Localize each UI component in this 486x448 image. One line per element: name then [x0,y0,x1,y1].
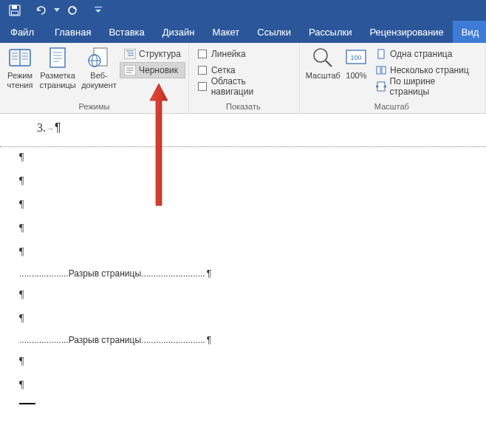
paragraph-mark: ¶ [19,375,486,398]
gridlines-label: Сетка [211,65,236,75]
quick-access-toolbar [0,0,486,21]
hundred-icon: 100 [343,46,369,69]
document-content: 3.→¶ ¶ ¶ ¶ ¶ ¶ ....................Разры… [0,114,486,404]
page-break: ....................Разрыв страницы.....… [19,332,486,351]
draft-icon [124,64,136,76]
tab-review[interactable]: Рецензирование [360,21,452,43]
reading-mode-button[interactable]: Режим чтения [3,44,37,89]
reading-mode-label: Режим чтения [4,71,35,89]
ruler-label: Линейка [211,49,246,59]
paragraph-mark: ¶ [19,171,486,194]
multi-page-label: Несколько страниц [390,65,469,75]
page-width-icon [375,81,387,92]
navpane-label: Область навигации [211,76,289,97]
save-button[interactable] [4,2,25,18]
svg-text:100: 100 [351,54,362,61]
short-rule [19,403,35,404]
group-show: Линейка Сетка Область навигации Показать [189,43,300,113]
tab-layout[interactable]: Макет [203,21,248,43]
svg-rect-4 [95,7,102,7]
document-area[interactable]: 3.→¶ ¶ ¶ ¶ ¶ ¶ ....................Разры… [0,114,486,448]
group-show-label: Показать [195,101,292,113]
tab-view[interactable]: Вид [453,21,486,43]
list-item-3: 3.→¶ [19,121,486,146]
redo-button[interactable] [62,2,83,18]
group-views: Режим чтения Разметка страницы Веб-докум… [0,43,189,113]
tab-insert[interactable]: Вставка [100,21,153,43]
outline-label: Структура [139,49,181,59]
svg-point-30 [314,49,327,62]
ribbon-tabs: Файл Главная Вставка Дизайн Макет Ссылки… [0,21,486,43]
page-width-label: По ширине страницы [390,76,475,97]
globe-page-icon [86,46,112,69]
zoom-label: Масштаб [306,71,340,81]
draft-label: Черновик [139,65,178,75]
checkbox-icon [198,82,207,91]
tab-references[interactable]: Ссылки [248,21,300,43]
paragraph-mark: ¶ [19,194,486,218]
svg-rect-13 [50,48,65,67]
paragraph-mark: ¶ [19,285,486,308]
ribbon: Режим чтения Разметка страницы Веб-докум… [0,43,486,114]
zoom-button[interactable]: Масштаб [304,44,342,81]
draft-button[interactable]: Черновик [120,62,185,78]
tab-design[interactable]: Дизайн [154,21,204,43]
svg-rect-35 [377,67,380,74]
zoom-100-button[interactable]: 100 100% [342,44,371,81]
tab-mailings[interactable]: Рассылки [300,21,360,43]
page-break: ....................Разрыв страницы.....… [19,265,486,285]
ruler-checkbox[interactable]: Линейка [195,46,292,62]
group-views-label: Режимы [3,101,185,113]
zoom-100-label: 100% [346,71,366,81]
svg-rect-36 [382,67,386,74]
svg-line-31 [326,61,332,67]
undo-dropdown[interactable] [53,8,61,13]
web-layout-label: Веб-документ [80,71,118,89]
group-zoom-label: Масштаб [304,101,479,113]
tab-home[interactable]: Главная [46,21,100,43]
paragraph-mark: ¶ [19,351,486,375]
one-page-label: Одна страница [390,49,452,59]
outline-button[interactable]: Структура [120,46,185,62]
svg-rect-34 [378,50,384,58]
navpane-checkbox[interactable]: Область навигации [195,78,292,95]
paragraph-mark: ¶ [19,218,486,242]
svg-rect-2 [12,11,18,15]
multi-page-icon [375,64,387,76]
one-page-icon [375,48,387,60]
outline-icon [124,48,136,60]
print-layout-label: Разметка страницы [38,71,77,89]
svg-rect-1 [12,5,17,9]
checkbox-icon [198,50,207,58]
undo-button[interactable] [31,2,52,18]
web-layout-button[interactable]: Веб-документ [78,44,120,89]
print-layout-button[interactable]: Разметка страницы [37,44,78,89]
tab-file[interactable]: Файл [3,21,46,43]
one-page-button[interactable]: Одна страница [371,46,479,62]
page-width-button[interactable]: По ширине страницы [371,78,479,95]
svg-rect-22 [124,49,136,59]
checkbox-icon [198,66,207,75]
paragraph-mark: ¶ [19,147,486,171]
paragraph-mark: ¶ [19,242,486,265]
page-icon [45,46,70,69]
magnifier-icon [310,46,335,69]
paragraph-mark: ¶ [19,308,486,332]
group-zoom: Масштаб 100 100% Одна страница Несколько… [300,43,486,113]
qat-customize-dropdown[interactable] [95,7,102,14]
book-icon [7,46,32,69]
